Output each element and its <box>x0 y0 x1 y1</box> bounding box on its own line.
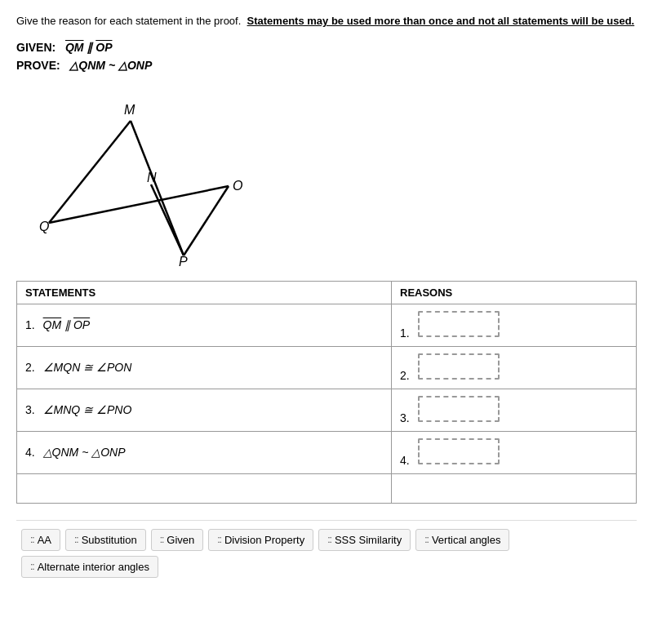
reason-2-cell: 2. <box>392 346 637 389</box>
statement-1: 1. QM ∥ OP <box>17 304 392 346</box>
statement-4: 4. △QNM ~ △ONP <box>17 431 392 473</box>
prove-section: PROVE: △QNM ~ △ONP <box>16 59 637 72</box>
svg-line-0 <box>49 186 229 223</box>
instruction-bold: Statements may be used more than once an… <box>247 15 635 27</box>
reasons-header: REASONS <box>392 281 637 304</box>
given-value: QM ∥ OP <box>65 41 113 54</box>
btn-aa[interactable]: :: AA <box>21 529 60 551</box>
geometry-diagram: M Q N O P <box>33 80 245 268</box>
proof-table: STATEMENTS REASONS 1. QM ∥ OP 1. 2. ∠MQN… <box>16 281 637 504</box>
drag-icon-aa: :: <box>30 534 34 545</box>
instructions: Give the reason for each statement in th… <box>16 13 637 29</box>
label-P: P <box>179 255 188 268</box>
given-label: GIVEN: <box>16 41 56 54</box>
drag-icon-vertical: :: <box>424 534 429 545</box>
statement-2: 2. ∠MQN ≅ ∠PON <box>17 346 392 389</box>
table-row: 1. QM ∥ OP 1. <box>17 304 637 346</box>
btn-division-property[interactable]: :: Division Property <box>208 529 313 551</box>
svg-line-3 <box>184 186 229 255</box>
btn-sss-label: SSS Similarity <box>335 534 402 546</box>
reason-3-cell: 3. <box>392 389 637 431</box>
prove-label: PROVE: <box>16 59 60 72</box>
drag-icon-given: :: <box>160 534 164 545</box>
drag-icon-substitution: :: <box>74 534 78 545</box>
btn-given-label: Given <box>167 534 194 546</box>
instruction-main: Give the reason for each statement in th… <box>16 15 241 27</box>
reason-4-cell: 4. <box>392 431 637 473</box>
given-section: GIVEN: QM ∥ OP <box>16 41 637 54</box>
svg-line-2 <box>49 121 131 223</box>
reason-1-cell: 1. <box>392 304 637 346</box>
btn-aa-label: AA <box>38 534 51 546</box>
table-row: 4. △QNM ~ △ONP 4. <box>17 431 637 473</box>
btn-alternate-label: Alternate interior angles <box>38 561 149 573</box>
toolbar: :: AA :: Substitution :: Given :: Divisi… <box>16 520 637 586</box>
drag-icon-sss: :: <box>327 534 331 545</box>
btn-substitution[interactable]: :: Substitution <box>65 529 146 551</box>
diagram: M Q N O P <box>33 80 245 268</box>
svg-line-1 <box>131 121 184 255</box>
label-O: O <box>233 179 242 193</box>
drag-icon-alternate: :: <box>30 561 34 572</box>
drag-icon-division: :: <box>217 534 221 545</box>
btn-alternate-interior[interactable]: :: Alternate interior angles <box>21 556 158 578</box>
btn-given[interactable]: :: Given <box>151 529 204 551</box>
prove-value: △QNM ~ △ONP <box>69 59 152 72</box>
label-M: M <box>124 103 135 117</box>
btn-sss-similarity[interactable]: :: SSS Similarity <box>318 529 411 551</box>
table-row: 2. ∠MQN ≅ ∠PON 2. <box>17 346 637 389</box>
reason-4-box[interactable] <box>418 438 500 464</box>
btn-substitution-label: Substitution <box>82 534 137 546</box>
btn-division-label: Division Property <box>224 534 304 546</box>
statements-header: STATEMENTS <box>17 281 392 304</box>
btn-vertical-label: Vertical angles <box>432 534 501 546</box>
empty-row <box>17 473 637 503</box>
table-row: 3. ∠MNQ ≅ ∠PNO 3. <box>17 389 637 431</box>
reason-3-box[interactable] <box>418 396 500 422</box>
statement-3: 3. ∠MNQ ≅ ∠PNO <box>17 389 392 431</box>
svg-line-4 <box>151 184 184 255</box>
label-N: N <box>147 171 157 184</box>
btn-vertical-angles[interactable]: :: Vertical angles <box>415 529 509 551</box>
reason-1-box[interactable] <box>418 311 500 337</box>
reason-2-box[interactable] <box>418 353 500 380</box>
label-Q: Q <box>39 220 49 233</box>
